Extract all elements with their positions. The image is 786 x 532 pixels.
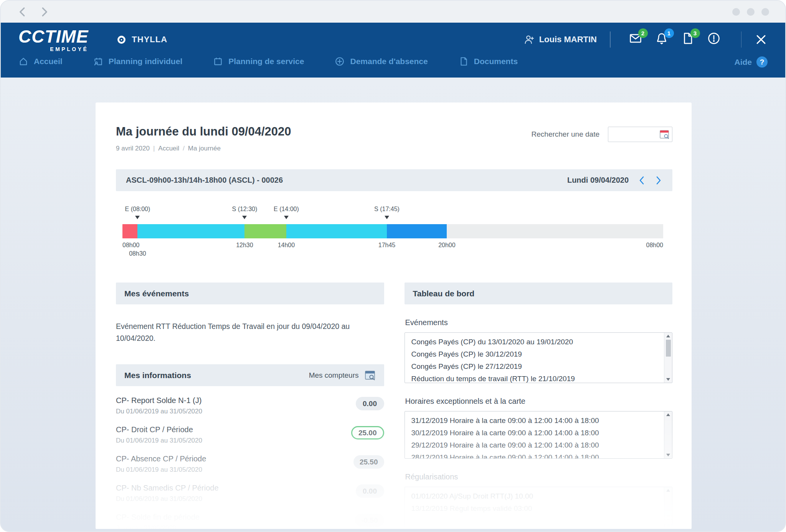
info-item: CP- Droit CP / Période Du 01/06/2019 au … xyxy=(116,425,384,444)
info-value: 25.50 xyxy=(353,455,384,469)
user-menu[interactable]: Louis MARTIN xyxy=(523,34,597,45)
scroll-up-icon[interactable] xyxy=(666,489,670,492)
info-item: CP- Solde fin de période Jusqu'au 31/05/… xyxy=(116,513,384,529)
timeline-marker-arrow-icon xyxy=(385,216,389,219)
dashboard-section-header: Tableau de bord xyxy=(405,283,673,304)
environment: THYLLA xyxy=(117,35,167,45)
dashboard-regularisations-label: Régularisations xyxy=(405,473,673,481)
list-row[interactable]: 28/12/2019 Horaire à la carte 09:00 à 12… xyxy=(405,451,664,458)
right-column: Tableau de bord Evénements Congés Payés … xyxy=(405,283,673,529)
timeline-segment-presence-afternoon xyxy=(286,224,387,238)
timeline-segment-pause xyxy=(244,224,286,238)
forward-icon[interactable] xyxy=(38,6,50,18)
scroll-up-icon[interactable] xyxy=(666,413,670,416)
list-row[interactable]: Congés Payés (CP) du 13/01/2020 au 19/01… xyxy=(405,336,664,348)
window-dot[interactable] xyxy=(761,8,769,16)
counters-link[interactable]: Mes compteurs xyxy=(309,370,376,381)
nav-planning-service[interactable]: Planning de service xyxy=(213,56,304,66)
messages-badge: 2 xyxy=(638,28,648,38)
nav-label: Accueil xyxy=(34,57,63,66)
list-row[interactable]: 30/12/2019 Horaire à la carte 09:00 à 12… xyxy=(405,427,664,439)
calendar-icon xyxy=(213,56,223,66)
nav-accueil[interactable]: Accueil xyxy=(18,56,63,66)
calendar-user-icon xyxy=(93,56,103,66)
timeline-segment-presence-morning xyxy=(137,224,244,238)
window-dot[interactable] xyxy=(747,8,755,16)
scroll-down-icon[interactable] xyxy=(666,378,670,381)
notifications-button[interactable]: 1 xyxy=(655,32,670,47)
messages-button[interactable]: 2 xyxy=(629,32,644,47)
left-column: Mes événements Evénement RTT Réduction T… xyxy=(116,283,384,529)
timeline-scale: 08h0012h3014h0017h4520h0008h0008h30 xyxy=(122,242,663,259)
nav-planning-individuel[interactable]: Planning individuel xyxy=(93,56,183,66)
help-button[interactable]: Aide ? xyxy=(734,56,768,68)
events-section-title: Mes événements xyxy=(124,289,189,298)
timeline-marker-arrow-icon xyxy=(242,216,247,219)
scrollbar[interactable] xyxy=(664,411,672,458)
info-value: 0.00 xyxy=(356,484,384,498)
timeline-segment-off xyxy=(447,224,663,238)
divider xyxy=(741,31,742,48)
info-item: CP- Absence CP / Période Du 01/06/2019 a… xyxy=(116,454,384,474)
target-icon xyxy=(117,35,126,45)
scroll-up-icon[interactable] xyxy=(666,335,670,337)
help-icon: ? xyxy=(756,56,768,68)
day-timeline: E (08:00)S (12:30)E (14:00)S (17:45) 08h… xyxy=(122,206,663,259)
search-date-label: Rechercher une date xyxy=(532,130,599,139)
back-icon[interactable] xyxy=(17,6,28,18)
browser-bar xyxy=(1,1,785,23)
info-title: CP- Nb Samedis CP / Période xyxy=(116,484,356,492)
info-title: CP- Solde fin de période xyxy=(116,513,355,522)
timeline-marker-label: S (17:45) xyxy=(374,206,400,213)
list-row[interactable]: 13/12/2019 Régul temps validé 03:00 xyxy=(405,502,664,515)
main-nav: Accueil Planning individuel Planning de … xyxy=(1,56,785,78)
window-controls xyxy=(732,8,769,16)
events-section-header: Mes événements xyxy=(116,283,384,304)
info-title: CP- Report Solde N-1 (J) xyxy=(116,396,356,405)
info-title: CP- Absence CP / Période xyxy=(116,454,353,463)
breadcrumb-separator: / xyxy=(183,145,185,152)
user-add-icon xyxy=(523,34,535,45)
info-item: CP- Report Solde N-1 (J) Du 01/06/2019 a… xyxy=(116,396,384,415)
list-row[interactable]: 01/01/2020 Aj/Sup Droit RTT(J) 10.00 xyxy=(405,490,664,502)
nav-demande-absence[interactable]: Demande d'absence xyxy=(335,56,428,66)
breadcrumb-separator: | xyxy=(153,145,155,152)
help-label: Aide xyxy=(734,58,752,67)
scrollbar[interactable] xyxy=(664,487,672,529)
nav-label: Documents xyxy=(474,57,518,66)
dashboard-title: Tableau de bord xyxy=(413,289,475,298)
day-label: Lundi 09/04/2020 xyxy=(567,176,629,185)
app-header: CCTIME EMPLOYÉ THYLLA Louis MARTIN xyxy=(1,23,785,78)
previous-day-icon[interactable] xyxy=(638,176,646,185)
scrollbar[interactable] xyxy=(664,333,672,383)
info-value: -0.50 xyxy=(355,514,384,527)
list-row[interactable]: 29/12/2019 Horaire à la carte 09:00 à 12… xyxy=(405,439,664,451)
scrollbar-thumb[interactable] xyxy=(666,340,671,357)
breadcrumb-home[interactable]: Accueil xyxy=(158,145,179,152)
logo-title: CCTIME xyxy=(18,28,88,45)
window-dot[interactable] xyxy=(732,8,740,16)
info-value: 0.00 xyxy=(356,397,384,410)
list-row[interactable]: Réduction du temps de travail (RTT) le 2… xyxy=(405,373,664,383)
calendar-search-icon[interactable] xyxy=(659,129,670,140)
notifications-badge: 1 xyxy=(664,28,674,38)
user-name: Louis MARTIN xyxy=(539,35,597,45)
next-day-icon[interactable] xyxy=(655,176,662,185)
timeline-tick: 20h00 xyxy=(438,242,456,249)
alerts-button[interactable] xyxy=(707,32,723,47)
informations-section-header: Mes informations Mes compteurs xyxy=(116,364,384,386)
documents-button[interactable]: 3 xyxy=(681,32,697,47)
nav-label: Planning individuel xyxy=(109,57,183,66)
scroll-down-icon[interactable] xyxy=(666,454,670,456)
home-icon xyxy=(18,56,28,66)
nav-documents[interactable]: Documents xyxy=(459,56,518,66)
close-icon[interactable] xyxy=(755,33,768,46)
dashboard-regularisations-listbox: 01/01/2020 Aj/Sup Droit RTT(J) 10.0013/1… xyxy=(405,487,673,529)
list-row[interactable]: Congés Payés (CP) le 30/12/2019 xyxy=(405,348,664,360)
plus-circle-icon xyxy=(335,56,345,66)
timeline-marker-arrow-icon xyxy=(135,216,140,219)
divider xyxy=(610,31,611,48)
list-row[interactable]: 31/12/2019 Horaire à la carte 09:00 à 12… xyxy=(405,415,664,427)
list-row[interactable]: Congés Payés (CP) le 27/12/2019 xyxy=(405,360,664,373)
timeline-tick: 08h30 xyxy=(129,250,146,257)
